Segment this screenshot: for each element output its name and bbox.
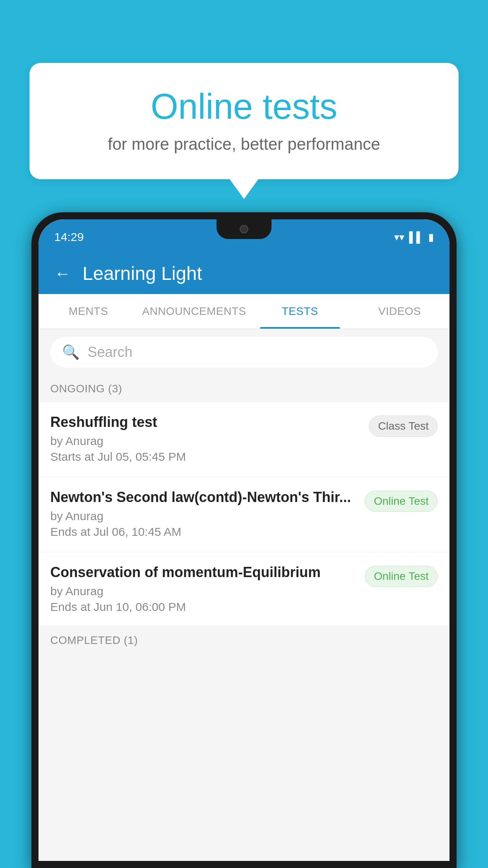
app-title: Learning Light <box>83 263 202 284</box>
test-item[interactable]: Conservation of momentum-Equilibrium by … <box>39 552 449 625</box>
search-icon: 🔍 <box>62 344 80 360</box>
test-info: Newton's Second law(contd)-Newton's Thir… <box>50 489 365 539</box>
tab-ments[interactable]: MENTS <box>39 294 138 329</box>
tabs-container: MENTS ANNOUNCEMENTS TESTS VIDEOS <box>39 294 449 329</box>
signal-icon: ▌▌ <box>409 231 424 243</box>
list-section: ONGOING (3) Reshuffling test by Anurag S… <box>39 375 449 861</box>
phone-frame: 14:29 ▾▾ ▌▌ ▮ ← Learning Light MENTS ANN… <box>31 212 457 868</box>
wifi-icon: ▾▾ <box>394 231 404 243</box>
test-info: Reshuffling test by Anurag Starts at Jul… <box>50 414 369 463</box>
test-info: Conservation of momentum-Equilibrium by … <box>50 564 365 614</box>
ongoing-section-header: ONGOING (3) <box>39 375 449 402</box>
badge-class-test: Class Test <box>369 416 438 437</box>
phone-screen: 14:29 ▾▾ ▌▌ ▮ ← Learning Light MENTS ANN… <box>39 219 449 861</box>
test-author: by Anurag <box>50 509 357 523</box>
status-bar: 14:29 ▾▾ ▌▌ ▮ <box>39 219 449 255</box>
search-input[interactable]: Search <box>88 344 132 360</box>
test-author: by Anurag <box>50 434 361 448</box>
ongoing-group: Reshuffling test by Anurag Starts at Jul… <box>39 402 449 625</box>
app-header: ← Learning Light <box>39 255 449 294</box>
tab-announcements[interactable]: ANNOUNCEMENTS <box>138 294 250 329</box>
test-name: Reshuffling test <box>50 414 361 430</box>
test-time: Ends at Jun 10, 06:00 PM <box>50 600 357 614</box>
back-button[interactable]: ← <box>54 265 71 282</box>
camera-dot <box>240 225 248 234</box>
search-container: 🔍 Search <box>39 329 449 375</box>
test-name: Conservation of momentum-Equilibrium <box>50 564 357 581</box>
status-icons: ▾▾ ▌▌ ▮ <box>394 231 434 243</box>
speech-bubble: Online tests for more practice, better p… <box>29 63 459 179</box>
badge-online-test: Online Test <box>365 566 438 587</box>
test-item[interactable]: Newton's Second law(contd)-Newton's Thir… <box>39 477 449 550</box>
badge-online-test: Online Test <box>365 491 438 512</box>
test-author: by Anurag <box>50 585 357 598</box>
bubble-subtitle: for more practice, better performance <box>57 135 431 154</box>
tab-tests[interactable]: TESTS <box>250 294 350 329</box>
tab-videos[interactable]: VIDEOS <box>350 294 449 329</box>
status-time: 14:29 <box>54 230 84 244</box>
test-time: Starts at Jul 05, 05:45 PM <box>50 450 361 463</box>
test-item[interactable]: Reshuffling test by Anurag Starts at Jul… <box>39 402 449 475</box>
bubble-title: Online tests <box>57 86 431 127</box>
completed-section-header: COMPLETED (1) <box>39 627 449 654</box>
battery-icon: ▮ <box>428 231 434 243</box>
test-time: Ends at Jul 06, 10:45 AM <box>50 525 357 539</box>
notch-cutout <box>216 219 272 239</box>
search-box[interactable]: 🔍 Search <box>50 337 438 368</box>
test-name: Newton's Second law(contd)-Newton's Thir… <box>50 489 357 506</box>
